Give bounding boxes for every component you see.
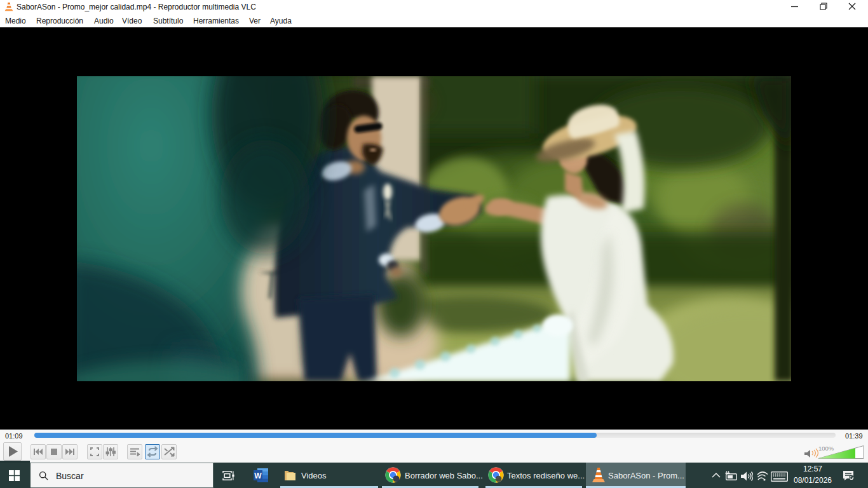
svg-text:100%: 100% [818,445,834,452]
svg-text:W: W [254,471,262,480]
